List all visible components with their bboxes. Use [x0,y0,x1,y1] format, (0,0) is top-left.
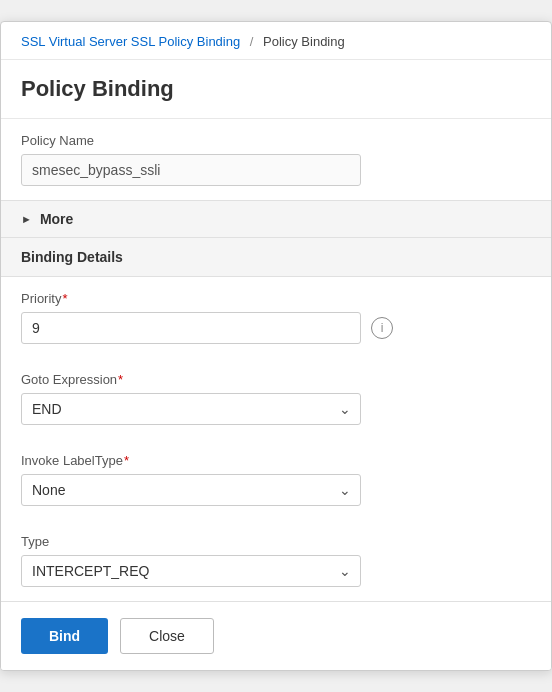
priority-row: i [21,312,531,344]
policy-name-input[interactable] [21,154,361,186]
breadcrumb-separator: / [250,34,254,49]
priority-label: Priority [21,291,531,306]
close-button[interactable]: Close [120,618,214,654]
page-title: Policy Binding [1,60,551,119]
invoke-labeltype-wrapper: None reqvserver resvserver policylabel ⌄ [21,474,361,506]
info-icon-symbol: i [381,321,384,335]
info-icon[interactable]: i [371,317,393,339]
breadcrumb-current: Policy Binding [263,34,345,49]
type-group: Type INTERCEPT_REQ BYPASS RESET DROP ⌄ [1,520,551,601]
type-label: Type [21,534,531,549]
type-select[interactable]: INTERCEPT_REQ BYPASS RESET DROP [21,555,361,587]
more-section[interactable]: ► More [1,200,551,238]
priority-group: Priority i [1,277,551,358]
form-body: Policy Name ► More Binding Details Prior… [1,119,551,601]
invoke-labeltype-label: Invoke LabelType [21,453,531,468]
bind-button[interactable]: Bind [21,618,108,654]
binding-details-title: Binding Details [21,249,123,265]
breadcrumb-link[interactable]: SSL Virtual Server SSL Policy Binding [21,34,240,49]
goto-expression-select[interactable]: END NEXT USE_INVOCATION_RESULT [21,393,361,425]
priority-input[interactable] [21,312,361,344]
footer: Bind Close [1,601,551,670]
policy-binding-modal: SSL Virtual Server SSL Policy Binding / … [0,21,552,671]
goto-expression-label: Goto Expression [21,372,531,387]
binding-details-header: Binding Details [1,238,551,277]
more-arrow-icon: ► [21,213,32,225]
breadcrumb: SSL Virtual Server SSL Policy Binding / … [1,22,551,60]
invoke-labeltype-group: Invoke LabelType None reqvserver resvser… [1,439,551,520]
policy-name-label: Policy Name [21,133,531,148]
more-label: More [40,211,73,227]
invoke-labeltype-select[interactable]: None reqvserver resvserver policylabel [21,474,361,506]
type-wrapper: INTERCEPT_REQ BYPASS RESET DROP ⌄ [21,555,361,587]
policy-name-group: Policy Name [1,119,551,200]
goto-expression-wrapper: END NEXT USE_INVOCATION_RESULT ⌄ [21,393,361,425]
goto-expression-group: Goto Expression END NEXT USE_INVOCATION_… [1,358,551,439]
